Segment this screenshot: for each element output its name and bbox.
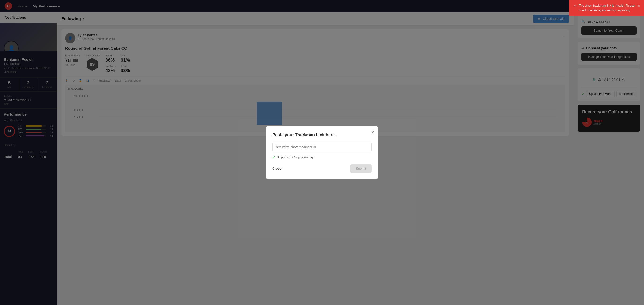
error-message: The given trackman link is invalid. Plea… (579, 3, 635, 12)
success-check-icon: ✔ (272, 155, 276, 160)
modal-success-text: Report sent for processing (277, 156, 313, 159)
modal-close-button[interactable]: Close (272, 166, 281, 170)
trackman-modal: ✕ Paste your Trackman Link here. ✔ Repor… (266, 126, 378, 179)
warning-icon: ⚠ (573, 4, 576, 9)
modal-actions: Close Submit (272, 164, 372, 173)
trackman-url-input[interactable] (272, 142, 372, 152)
modal-submit-button[interactable]: Submit (350, 164, 372, 173)
modal-title: Paste your Trackman Link here. (272, 132, 372, 138)
modal-overlay: ✕ Paste your Trackman Link here. ✔ Repor… (0, 0, 644, 305)
toast-close-button[interactable]: × (638, 3, 640, 9)
modal-success-message: ✔ Report sent for processing (272, 155, 372, 160)
modal-close-x-button[interactable]: ✕ (371, 130, 374, 135)
error-toast: ⚠ The given trackman link is invalid. Pl… (569, 0, 644, 16)
